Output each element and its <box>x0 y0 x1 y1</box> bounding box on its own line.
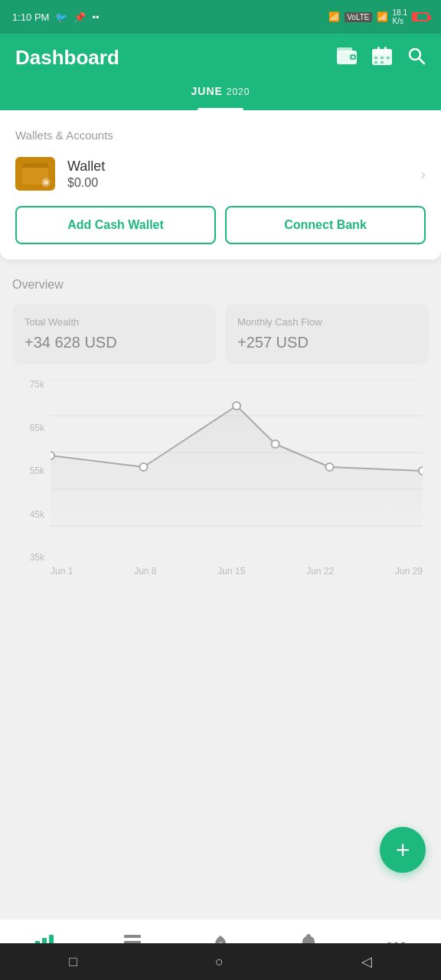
x-label-jun29: Jun 29 <box>395 566 423 577</box>
svg-rect-7 <box>384 47 387 52</box>
svg-point-25 <box>419 467 423 475</box>
chevron-right-icon: › <box>420 165 426 183</box>
calendar-header-icon[interactable] <box>372 47 392 70</box>
chart-container: 75k 65k 55k 45k 35k <box>12 379 429 593</box>
total-wealth-label: Total Wealth <box>24 316 204 328</box>
android-square-btn[interactable]: □ <box>69 954 77 970</box>
add-cash-wallet-button[interactable]: Add Cash Wallet <box>15 206 216 244</box>
signal-icon: 📶 <box>328 11 340 22</box>
svg-rect-29 <box>124 935 141 938</box>
main-content: Wallets & Accounts Wallet $0.00 › Add Ca… <box>0 110 441 792</box>
android-back-btn[interactable]: ◁ <box>361 953 372 970</box>
android-nav: □ ○ ◁ <box>0 943 441 980</box>
chart-y-labels: 75k 65k 55k 45k 35k <box>12 379 51 563</box>
x-label-jun15: Jun 15 <box>217 566 245 577</box>
page-title: Dashboard <box>15 46 119 70</box>
wallet-info: Wallet $0.00 <box>67 158 420 190</box>
overview-section: Overview Total Wealth +34 628 USD Monthl… <box>0 260 441 593</box>
wallets-card: Wallets & Accounts Wallet $0.00 › Add Ca… <box>0 110 441 260</box>
svg-rect-1 <box>337 47 352 52</box>
overview-title: Overview <box>12 278 429 292</box>
total-wealth-value: +34 628 USD <box>24 334 204 351</box>
svg-point-24 <box>325 463 333 471</box>
header-top: Dashboard <box>15 46 426 70</box>
chart-x-labels: Jun 1 Jun 8 Jun 15 Jun 22 Jun 29 <box>51 563 423 577</box>
connect-bank-button[interactable]: Connect Bank <box>225 206 426 244</box>
svg-point-20 <box>51 452 54 459</box>
svg-point-3 <box>352 56 354 58</box>
x-label-jun8: Jun 8 <box>134 566 156 577</box>
status-right: 📶 VoLTE 📶 18.1K/s <box>328 8 429 25</box>
x-label-jun1: Jun 1 <box>51 566 73 577</box>
svg-point-22 <box>233 402 240 410</box>
header-icons <box>337 47 426 70</box>
svg-rect-11 <box>374 61 377 64</box>
svg-rect-6 <box>377 47 380 52</box>
month-text: JUNE 2020 <box>191 85 250 97</box>
svg-point-21 <box>139 463 147 471</box>
monthly-cashflow-card: Monthly Cash Flow +257 USD <box>225 304 429 364</box>
wallet-name: Wallet <box>67 158 420 175</box>
month-label: JUNE 2020 <box>15 85 426 105</box>
search-header-icon[interactable] <box>407 47 426 70</box>
wallet-item[interactable]: Wallet $0.00 › <box>15 157 426 191</box>
android-home-btn[interactable]: ○ <box>215 954 224 970</box>
svg-rect-9 <box>381 57 384 59</box>
volte-icon: VoLTE <box>345 12 371 22</box>
status-bar: 1:10 PM 🐦 📌 •• 📶 VoLTE 📶 18.1K/s <box>0 0 441 34</box>
speed-label: 18.1K/s <box>393 8 407 25</box>
y-label-55k: 55k <box>30 466 44 476</box>
dots-icon: •• <box>92 11 99 23</box>
time: 1:10 PM <box>12 11 49 23</box>
chart-svg <box>51 379 423 563</box>
overview-cards: Total Wealth +34 628 USD Monthly Cash Fl… <box>12 304 429 364</box>
monthly-cashflow-value: +257 USD <box>237 334 416 351</box>
svg-rect-10 <box>387 57 390 59</box>
y-label-45k: 45k <box>30 509 44 520</box>
fab-button[interactable]: + <box>380 827 426 873</box>
wifi-icon: 📶 <box>377 11 388 22</box>
header: Dashboard <box>0 34 441 110</box>
total-wealth-card: Total Wealth +34 628 USD <box>12 304 216 364</box>
notification-icon: 📌 <box>74 11 86 23</box>
svg-line-14 <box>420 58 425 64</box>
wallets-title: Wallets & Accounts <box>15 129 426 142</box>
monthly-cashflow-label: Monthly Cash Flow <box>237 316 416 328</box>
svg-point-23 <box>272 440 279 448</box>
battery-icon <box>412 12 429 21</box>
x-label-jun22: Jun 22 <box>306 566 334 577</box>
status-left: 1:10 PM 🐦 📌 •• <box>12 11 100 23</box>
wallet-icon <box>15 157 55 191</box>
y-label-65k: 65k <box>30 423 44 433</box>
wallet-balance: $0.00 <box>67 176 420 190</box>
wallet-header-icon[interactable] <box>337 47 357 69</box>
twitter-icon: 🐦 <box>55 11 67 23</box>
wallet-actions: Add Cash Wallet Connect Bank <box>15 206 426 244</box>
y-label-35k: 35k <box>30 552 44 563</box>
fab-plus-icon: + <box>396 836 410 864</box>
y-label-75k: 75k <box>30 379 44 390</box>
svg-rect-8 <box>374 57 377 59</box>
svg-rect-5 <box>372 49 392 54</box>
svg-rect-12 <box>381 61 384 64</box>
